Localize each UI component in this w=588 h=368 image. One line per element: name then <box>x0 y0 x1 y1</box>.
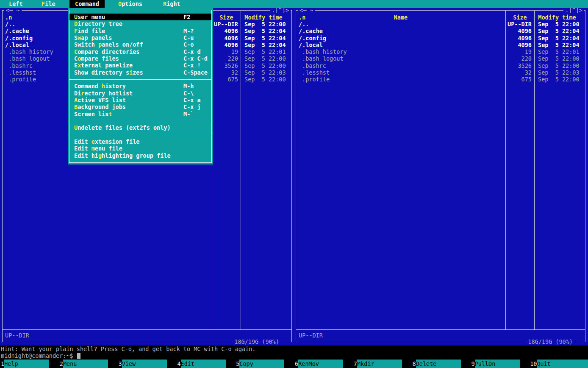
file-mtime: Sep 5 22:00 <box>241 62 291 69</box>
menu-item-switch-panels-on-off[interactable]: Switch panels on/offC-o <box>69 41 211 48</box>
fkey-3-view[interactable]: 3View <box>119 360 167 368</box>
file-row--right[interactable]: /..UP--DIRSep 5 22:00 <box>296 21 585 28</box>
dropdown-separator <box>69 131 211 138</box>
file-row-config-right[interactable]: /.config4096Sep 5 22:04 <box>296 35 585 42</box>
file-mtime: Sep 5 22:00 <box>534 55 585 62</box>
file-mtime: Sep 5 22:04 <box>534 28 585 34</box>
fkey-10-quit[interactable]: 10Quit <box>530 360 588 368</box>
menu-item-user-menu[interactable]: User menuF2 <box>69 14 211 20</box>
menu-label-pre: Command <box>74 83 102 89</box>
file-row-cache-right[interactable]: /.cache4096Sep 5 22:04 <box>296 28 585 34</box>
file-row-bash-history-right[interactable]: .bash_history19Sep 5 22:01 <box>296 48 585 55</box>
shell-prompt-line[interactable]: midnight@commander:~$ <box>0 352 588 360</box>
menu-item-external-panelize[interactable]: External panelizeC-x ! <box>69 62 211 69</box>
free-space-left: 18G/19G (90%) <box>232 338 281 346</box>
menu-label-pre: Edit <box>74 138 92 145</box>
menu-label-hotkey: A <box>74 97 78 103</box>
menu-item-active-vfs-list[interactable]: Active VFS listC-x a <box>69 97 211 103</box>
fkey-5-copy[interactable]: 5Copy <box>236 360 284 368</box>
menu-item-directory-hotlist[interactable]: Directory hotlistC-\ <box>69 90 211 97</box>
file-mtime: Sep 5 22:01 <box>241 48 291 55</box>
file-panel-right: <─ ~.[^]>.nNameSizeModify time/..UP--DIR… <box>296 10 585 342</box>
fkey-8-delete[interactable]: 8Delete <box>413 360 461 368</box>
fkey-9-pulldn[interactable]: 9PullDn <box>471 360 519 368</box>
menu-item-shortcut: C-o <box>183 41 194 48</box>
menu-item-command-history[interactable]: Command historyM-h <box>69 83 211 89</box>
menu-item-edit-menu-file[interactable]: Edit menu file <box>69 145 211 152</box>
menubar-item-command[interactable]: Command <box>69 0 105 8</box>
menu-item-compare-files[interactable]: Compare filesC-x C-d <box>69 55 211 62</box>
file-name: .lesshst <box>296 69 505 76</box>
menu-label-pre: Edit hi <box>74 152 98 159</box>
menubar-item-options[interactable]: Options <box>113 0 148 8</box>
menu-item-directory-tree[interactable]: Directory tree <box>69 20 211 27</box>
fkey-label: View <box>122 360 167 368</box>
menu-label-hotkey: m <box>92 145 95 152</box>
menu-label-post: istory <box>105 83 126 89</box>
file-mtime: Sep 5 22:00 <box>241 76 291 83</box>
file-mtime: Sep 5 22:00 <box>241 55 291 62</box>
menubar-item-file[interactable]: File <box>36 0 61 8</box>
file-size: 3526 <box>212 62 241 69</box>
file-row-bash-logout-right[interactable]: .bash_logout220Sep 5 22:00 <box>296 55 585 62</box>
file-name: .profile <box>296 76 505 83</box>
menu-item-show-directory-sizes[interactable]: Show directory sizesC-Space <box>69 69 211 76</box>
column-header-name-right[interactable]: Name <box>296 14 505 21</box>
file-size: 220 <box>212 55 241 62</box>
file-size: 4096 <box>212 28 241 34</box>
menu-label-post: ile <box>45 0 55 7</box>
fkey-1-help[interactable]: 1Help <box>1 360 49 368</box>
menu-item-background-jobs[interactable]: Background jobsC-x j <box>69 103 211 110</box>
menu-item-shortcut: M-? <box>183 28 194 34</box>
menu-item-edit-highlighting-group-file[interactable]: Edit highlighting group file <box>69 152 211 159</box>
file-name: .bashrc <box>296 62 505 69</box>
file-size: 220 <box>505 55 534 62</box>
menu-label-post: ommand <box>78 0 99 7</box>
file-size: 3526 <box>505 62 534 69</box>
menu-item-shortcut: C-Space <box>183 69 208 76</box>
menubar-item-left[interactable]: Left <box>3 0 28 8</box>
fkey-number: 7 <box>354 360 357 368</box>
column-header-mtime-right[interactable]: Modify time <box>535 14 580 21</box>
fkey-6-renmov[interactable]: 6RenMov <box>295 360 343 368</box>
file-row-bashrc-right[interactable]: .bashrc3526Sep 5 22:00 <box>296 62 585 69</box>
menu-item-find-file[interactable]: Find fileM-? <box>69 28 211 34</box>
menu-label-pre: Edit <box>74 145 92 152</box>
menu-item-screen-list[interactable]: Screen listM-` <box>69 111 211 117</box>
fkey-label: Quit <box>537 360 588 368</box>
menu-label-hotkey: h <box>102 83 105 89</box>
menu-label-post: ectory hotlist <box>84 90 133 97</box>
menu-label-post: ap panels <box>81 34 112 41</box>
column-header-size-right[interactable]: Size <box>506 14 534 21</box>
menu-label-hotkey: g <box>98 152 102 159</box>
menu-label-hotkey: C <box>74 48 78 55</box>
menu-label-hotkey: R <box>163 0 166 7</box>
file-mtime: Sep 5 22:04 <box>534 42 585 48</box>
menu-item-edit-extension-file[interactable]: Edit extension file <box>69 138 211 145</box>
file-row-local-right[interactable]: /.local4096Sep 5 22:04 <box>296 42 585 48</box>
menu-label-post: ompare directories <box>78 48 139 55</box>
file-mtime: Sep 5 22:03 <box>534 69 585 76</box>
menu-label-post: irectory tree <box>78 20 122 27</box>
file-row-lesshst-right[interactable]: .lesshst32Sep 5 22:03 <box>296 69 585 76</box>
column-header-mtime-left[interactable]: Modify time <box>241 14 286 21</box>
text-cursor <box>77 353 80 359</box>
menu-item-compare-directories[interactable]: Compare directoriesC-x d <box>69 48 211 55</box>
file-row-profile-right[interactable]: .profile675Sep 5 22:00 <box>296 76 585 83</box>
fkey-7-mkdir[interactable]: 7Mkdir <box>354 360 402 368</box>
dropdown-separator <box>69 76 211 83</box>
fkey-4-edit[interactable]: 4Edit <box>177 360 225 368</box>
file-size: 32 <box>212 69 241 76</box>
menu-item-undelete-files-ext2fs-only[interactable]: Undelete files (ext2fs only) <box>69 124 211 131</box>
fkey-2-menu[interactable]: 2Menu <box>60 360 108 368</box>
file-name: /.. <box>296 21 505 28</box>
menu-label-pre: E <box>74 62 78 69</box>
file-mtime: Sep 5 22:04 <box>534 35 585 42</box>
column-header-size-left[interactable]: Size <box>212 14 241 21</box>
menu-label-pre: C <box>74 55 78 62</box>
menu-item-swap-panels[interactable]: Swap panelsC-u <box>69 34 211 41</box>
ministatus-right: UP--DIR <box>299 332 323 339</box>
menubar-item-right[interactable]: Right <box>158 0 186 8</box>
menu-label-post: ser menu <box>78 14 105 20</box>
file-mtime: Sep 5 22:01 <box>534 48 585 55</box>
